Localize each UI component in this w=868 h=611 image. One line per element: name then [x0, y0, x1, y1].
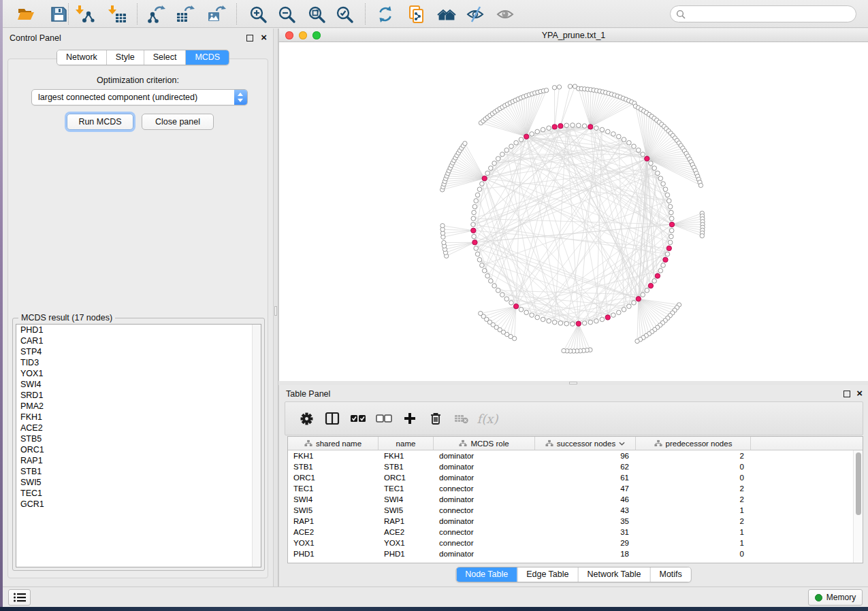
table-cell[interactable]: 0 [636, 472, 751, 483]
splitter-grip[interactable] [569, 382, 577, 384]
delete-column-icon[interactable] [427, 410, 445, 427]
tab-network-table[interactable]: Network Table [578, 567, 650, 582]
table-cell[interactable]: 61 [535, 472, 636, 483]
mcds-result-list[interactable]: PHD1CAR1STP4TID3YOX1SWI4SRD1PMA2FKH1ACE2… [16, 324, 261, 567]
mcds-result-item[interactable]: GCR1 [16, 499, 261, 510]
zoom-selected-icon[interactable] [334, 4, 355, 24]
table-cell[interactable]: 62 [535, 461, 636, 472]
table-row[interactable]: ACE2ACE2connector311 [288, 527, 863, 538]
mcds-result-item[interactable]: TEC1 [16, 488, 261, 499]
mcds-result-item[interactable]: STP4 [16, 346, 261, 357]
open-session-icon[interactable] [16, 4, 36, 24]
show-panels-icon[interactable] [495, 4, 515, 24]
mcds-result-item[interactable]: ACE2 [16, 423, 261, 433]
table-cell[interactable]: SWI4 [379, 494, 434, 505]
criterion-dropdown[interactable]: largest connected component (undirected) [31, 89, 248, 105]
table-scrollbar[interactable] [853, 450, 863, 563]
table-cell[interactable]: RAP1 [288, 516, 379, 527]
table-cell[interactable]: dominator [434, 450, 535, 461]
save-session-icon[interactable] [48, 4, 69, 24]
mcds-result-item[interactable]: SWI5 [16, 477, 261, 488]
mcds-result-item[interactable]: ORC1 [16, 444, 261, 455]
column-layout-icon[interactable] [323, 410, 341, 427]
mcds-result-item[interactable]: TID3 [16, 357, 261, 368]
table-cell[interactable]: PHD1 [288, 548, 379, 559]
close-panel-button[interactable]: Close panel [142, 114, 214, 130]
table-cell[interactable]: 1 [636, 527, 751, 538]
mcds-result-item[interactable]: YOX1 [16, 368, 261, 379]
table-cell[interactable]: dominator [434, 548, 535, 559]
table-row[interactable]: ORC1ORC1dominator610 [288, 472, 863, 483]
table-cell[interactable]: 2 [636, 483, 751, 494]
table-cell[interactable]: 46 [535, 494, 636, 505]
tab-node-table[interactable]: Node Table [456, 567, 517, 582]
scrollbar-thumb[interactable] [856, 452, 861, 515]
table-cell[interactable]: 43 [535, 505, 636, 516]
table-cell[interactable]: dominator [434, 494, 535, 505]
mcds-result-item[interactable]: STB1 [16, 466, 261, 477]
table-cell[interactable]: 1 [636, 505, 751, 516]
table-cell[interactable]: FKH1 [288, 450, 379, 461]
tab-select[interactable]: Select [144, 50, 186, 65]
table-cell[interactable]: dominator [434, 461, 535, 472]
settings-gear-icon[interactable] [298, 410, 315, 427]
table-cell[interactable]: dominator [434, 516, 535, 527]
network-canvas[interactable] [278, 42, 868, 381]
column-header-shared-name[interactable]: shared name [288, 437, 379, 450]
mcds-result-item[interactable]: RAP1 [16, 455, 261, 466]
clone-network-icon[interactable] [406, 4, 427, 24]
table-cell[interactable]: ORC1 [288, 472, 379, 483]
table-cell[interactable]: 0 [636, 548, 751, 559]
zoom-out-icon[interactable] [276, 4, 297, 24]
table-cell[interactable]: PHD1 [379, 548, 434, 559]
table-cell[interactable]: connector [434, 483, 535, 494]
table-row[interactable]: SWI4SWI4dominator462 [288, 494, 863, 505]
add-column-icon[interactable] [401, 410, 419, 427]
table-cell[interactable]: ACE2 [288, 527, 379, 538]
zoom-in-icon[interactable] [248, 4, 268, 24]
table-cell[interactable]: 2 [636, 516, 751, 527]
table-cell[interactable]: STB1 [379, 461, 434, 472]
table-cell[interactable]: YOX1 [288, 538, 379, 548]
column-header-predecessor-nodes[interactable]: predecessor nodes [636, 437, 751, 450]
column-header-successor-nodes[interactable]: successor nodes [535, 437, 636, 450]
table-cell[interactable]: STB1 [288, 461, 379, 472]
zoom-fit-icon[interactable] [306, 4, 327, 24]
run-mcds-button[interactable]: Run MCDS [67, 114, 133, 130]
mcds-result-item[interactable]: FKH1 [16, 412, 261, 423]
float-panel-icon[interactable] [843, 391, 850, 397]
export-table-icon[interactable] [175, 4, 195, 24]
float-panel-icon[interactable] [246, 35, 253, 42]
search-box[interactable] [670, 5, 856, 22]
network-graph[interactable] [279, 42, 868, 381]
table-cell[interactable]: connector [434, 538, 535, 548]
import-network-icon[interactable] [75, 4, 95, 24]
table-cell[interactable]: FKH1 [379, 450, 434, 461]
table-cell[interactable]: SWI5 [288, 505, 379, 516]
table-row[interactable]: FKH1FKH1dominator962 [288, 450, 863, 461]
mcds-result-item[interactable]: PHD1 [16, 325, 261, 335]
table-cell[interactable]: 47 [535, 483, 636, 494]
tab-motifs[interactable]: Motifs [649, 567, 690, 582]
memory-button[interactable]: Memory [808, 589, 863, 606]
deselect-all-icon[interactable] [375, 410, 393, 427]
close-panel-icon[interactable]: × [856, 387, 863, 399]
table-cell[interactable]: 96 [535, 450, 636, 461]
table-cell[interactable]: connector [434, 527, 535, 538]
mcds-result-item[interactable]: PMA2 [16, 401, 261, 412]
vertical-splitter[interactable] [273, 29, 278, 587]
export-network-icon[interactable] [146, 4, 166, 24]
table-cell[interactable]: RAP1 [379, 516, 434, 527]
hide-panels-icon[interactable] [465, 4, 485, 24]
table-row[interactable]: STB1STB1dominator620 [288, 461, 863, 472]
splitter-grip[interactable] [274, 306, 277, 316]
table-row[interactable]: TEC1TEC1connector472 [288, 483, 863, 494]
table-cell[interactable]: connector [434, 505, 535, 516]
mcds-result-item[interactable]: STB5 [16, 433, 261, 444]
tab-style[interactable]: Style [106, 50, 144, 65]
table-row[interactable]: PHD1PHD1dominator180 [288, 548, 863, 559]
column-header-mcds-role[interactable]: MCDS role [434, 437, 535, 450]
mcds-result-item[interactable]: CAR1 [16, 335, 261, 346]
table-row[interactable]: SWI5SWI5connector431 [288, 505, 863, 516]
import-table-icon[interactable] [108, 4, 128, 24]
